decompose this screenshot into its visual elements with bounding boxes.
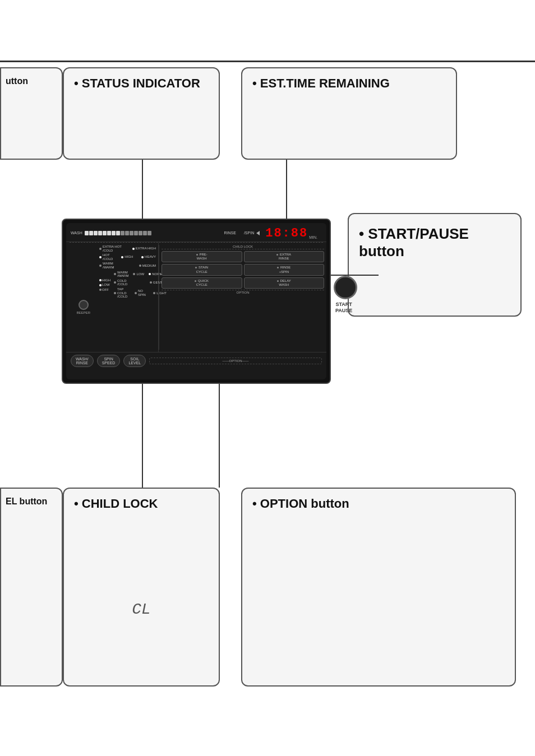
temp-dot-high [121,256,123,258]
temp-dot-low [133,273,135,275]
child-lock-panel: • CHILD LOCK CL [63,488,220,687]
bar-12 [134,231,138,235]
bar-1 [85,231,89,235]
washer-body: BEEPER EXTRA HOT/COLD EXTRA HIGH HOT/COL… [66,243,326,352]
temp-dot-tap-cold [114,292,116,294]
temp-extra-hot-label: EXTRA HOT/COLD [103,245,122,252]
bar-5 [103,231,107,235]
bar-8 [116,231,120,235]
stain-cycle-dot [195,267,197,268]
pre-wash-dot [196,254,198,256]
time-display: 18:88 [265,226,308,240]
soil-level-btn[interactable]: SOILLEVEL [123,355,146,367]
options-section: CHILD LOCK PRE-WASH EXTRARINSE STAINCYCL… [159,243,326,352]
option-dashed-box: ——OPTION—— [149,358,322,364]
start-pause-panel: • START/PAUSE button [348,213,522,317]
connector-option-v [219,384,220,488]
temp-warm-label: WARM/WARM [103,262,114,269]
start-pause-circle-indicator[interactable] [334,276,357,299]
temp-dot-extra-hot [99,248,102,250]
bar-10 [125,231,129,235]
dot-off [99,289,102,291]
beeper-label: BEEPER [70,311,98,314]
temp-tap-cold-label: TAP COLD/COLD [117,287,130,299]
quick-cycle-dot [195,280,196,282]
top-divider-line [0,61,535,62]
spin-speed-btn[interactable]: SPINSPEED [97,355,121,367]
start-pause-text: START PAUSE [335,302,352,314]
option-section-label: OPTION [162,290,324,294]
dot-low [99,284,102,286]
label-off: OFF [102,288,109,292]
svg-marker-0 [256,231,260,235]
temp-warm: WARM/WARM MEDIUM [99,262,156,269]
bottom-buttons-row: WASH/RINSE SPINSPEED SOILLEVEL ——OPTION—… [66,352,326,369]
beeper-button[interactable] [79,300,89,310]
rinse-spin-btn[interactable]: RINSE+SPIN [244,264,325,275]
option-button-header: • OPTION button [242,489,515,516]
status-indicator-panel: • STATUS INDICATOR [63,67,220,160]
connector-childlock-v [142,384,143,488]
temp-high-label: HIGH [124,255,133,259]
bar-14 [143,231,147,235]
el-button-label: EL button [1,489,62,511]
temp-dot-warm [99,265,102,267]
temp-dot-warm2 [114,273,116,275]
bar-4 [98,231,102,235]
quick-cycle-btn[interactable]: QUICKCYCLE [162,277,242,289]
extra-rinse-dot [276,254,278,256]
bar-3 [94,231,98,235]
connector-status-v [142,160,143,220]
cl-display: CL [132,601,151,618]
spin-phase: /SPIN [244,231,254,235]
extra-rinse-label: EXTRARINSE [279,253,291,260]
bar-9 [121,231,124,235]
status-indicator-header: • STATUS INDICATOR [64,68,219,95]
utton-label: utton [1,68,62,91]
label-high: HIGH [102,279,110,282]
start-pause-header: • START/PAUSE button [349,214,520,265]
washer-inner: WASH RINS [66,223,326,379]
pre-wash-btn[interactable]: PRE-WASH [162,251,242,262]
temp-dot-medium [139,265,141,267]
extra-rinse-btn[interactable]: EXTRARINSE [244,251,325,262]
dot-high [99,279,102,281]
wash-rinse-btn[interactable]: WASH/RINSE [71,355,94,367]
temp-hot-label: HOT/COLD [103,253,113,261]
child-lock-section-label: CHILD LOCK [162,245,324,249]
option-grid: PRE-WASH EXTRARINSE STAINCYCLE RINSE+SPI… [162,251,324,289]
temp-no-spin-label: NO SPIN [138,289,149,296]
temp-dot-cold [114,281,116,284]
option-button-panel: • OPTION button [241,488,516,687]
quick-cycle-label: QUICKCYCLE [196,279,209,286]
progress-area: WASH RINS [66,223,326,242]
rinse-phase: RINSE [224,231,236,235]
bar-13 [139,231,142,235]
bar-6 [107,231,111,235]
temp-dot-no-spin [135,292,137,294]
temperature-section: EXTRA HOT/COLD EXTRA HIGH HOT/COLD HIGH … [97,243,159,352]
child-lock-header: • CHILD LOCK [64,489,219,516]
delay-wash-dot [277,280,279,282]
stain-cycle-btn[interactable]: STAINCYCLE [162,264,242,275]
connector-time-v [286,160,287,220]
bar-2 [89,231,93,235]
bar-15 [147,231,151,235]
temp-dot-normal [149,273,151,275]
delay-wash-label: DELAYWASH [279,279,290,286]
wash-phase: WASH [71,231,82,235]
bar-11 [130,231,133,235]
delay-wash-btn[interactable]: DELAYWASH [244,277,325,289]
temp-dot-hot [99,256,102,258]
temp-warm2-label: WARM/WARM [117,271,128,278]
temp-medium-label: MEDIUM [142,264,156,268]
utton-panel: utton [0,67,63,160]
spin-arrow-icon [256,231,261,235]
stain-cycle-label: STAINCYCLE [196,266,208,273]
temp-dot-extra-high [132,248,135,250]
label-low: LOW [102,283,110,287]
temp-dot-gentle [150,281,152,284]
temp-heavy-label: HEAVY [145,255,156,259]
temp-hot: HOT/COLD HIGH HEAVY [99,253,156,261]
progress-track: WASH RINS [71,230,261,236]
